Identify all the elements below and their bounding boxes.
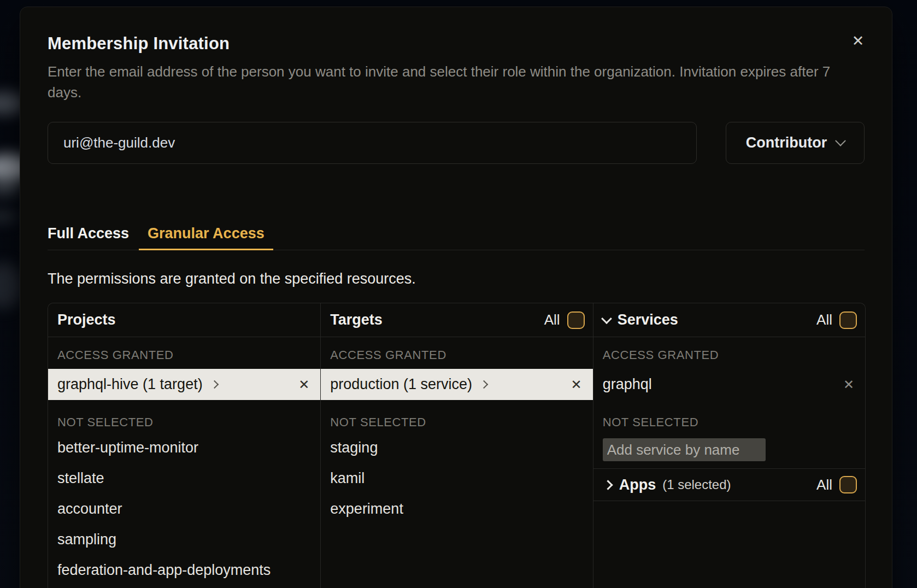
remove-target-icon[interactable]: ✕	[571, 378, 582, 391]
service-granted-row[interactable]: graphql ✕	[593, 369, 865, 400]
project-option[interactable]: federation-and-app-deployments	[48, 555, 320, 585]
not-selected-label: NOT SELECTED	[593, 415, 865, 430]
project-options: better-uptime-monitor stellate accounter…	[48, 432, 320, 585]
apps-all-checkbox[interactable]	[839, 476, 857, 493]
apps-row[interactable]: Apps (1 selected) All	[593, 468, 865, 501]
membership-invitation-dialog: ✕ Membership Invitation Enter the email …	[20, 7, 892, 588]
apps-select-all[interactable]: All	[816, 476, 857, 493]
close-button[interactable]: ✕	[846, 29, 870, 53]
invite-row: Contributor	[48, 122, 865, 164]
dialog-title: Membership Invitation	[48, 33, 865, 54]
chevron-down-icon	[835, 135, 846, 146]
tab-granular-access[interactable]: Granular Access	[139, 225, 273, 250]
apps-selected-count: (1 selected)	[662, 477, 731, 492]
project-option[interactable]: sampling	[48, 524, 320, 555]
chevron-right-icon	[603, 480, 613, 490]
access-granted-label: ACCESS GRANTED	[48, 348, 320, 362]
chevron-right-icon	[210, 380, 219, 389]
services-header: Services	[618, 311, 678, 328]
access-granted-label: ACCESS GRANTED	[593, 348, 865, 362]
target-granted-name: production (1 service)	[330, 376, 472, 393]
target-options: staging kamil experiment	[321, 432, 592, 524]
service-granted-name: graphql	[603, 376, 652, 393]
backdrop-blur-artifact	[0, 181, 21, 196]
project-option[interactable]: better-uptime-monitor	[48, 432, 320, 463]
tab-full-access[interactable]: Full Access	[48, 225, 129, 250]
target-option[interactable]: kamil	[321, 463, 592, 493]
targets-header: Targets	[330, 311, 383, 328]
role-select-value: Contributor	[746, 134, 827, 151]
chevron-right-icon	[480, 380, 489, 389]
services-header-cell: Services All	[593, 303, 865, 337]
services-all-label: All	[816, 311, 832, 328]
resources-table-body: ACCESS GRANTED graphql-hive (1 target) ✕…	[48, 337, 865, 588]
services-all-checkbox[interactable]	[839, 311, 857, 329]
projects-header: Projects	[57, 311, 116, 328]
project-granted-row[interactable]: graphql-hive (1 target) ✕	[48, 369, 320, 400]
access-tabs: Full Access Granular Access	[48, 225, 865, 250]
backdrop-blur-artifact	[0, 210, 19, 222]
email-input[interactable]	[48, 122, 697, 164]
remove-project-icon[interactable]: ✕	[298, 378, 309, 391]
services-select-all[interactable]: All	[816, 311, 857, 329]
chevron-down-icon	[601, 313, 612, 324]
services-column: ACCESS GRANTED graphql ✕ NOT SELECTED Ap…	[593, 337, 865, 588]
targets-header-cell: Targets All	[320, 303, 592, 337]
not-selected-label: NOT SELECTED	[321, 415, 592, 430]
targets-all-label: All	[544, 311, 560, 328]
close-icon: ✕	[852, 33, 865, 49]
targets-column: ACCESS GRANTED production (1 service) ✕ …	[320, 337, 592, 588]
project-option[interactable]: accounter	[48, 493, 320, 524]
not-selected-label: NOT SELECTED	[48, 415, 320, 430]
target-granted-row[interactable]: production (1 service) ✕	[321, 369, 592, 400]
services-header-toggle[interactable]: Services	[603, 311, 678, 328]
targets-all-checkbox[interactable]	[567, 311, 585, 329]
access-granted-label: ACCESS GRANTED	[321, 348, 592, 362]
target-option[interactable]: staging	[321, 432, 592, 463]
permissions-note: The permissions are granted on the speci…	[48, 271, 865, 287]
apps-label: Apps	[619, 477, 656, 493]
add-service-input[interactable]	[603, 438, 766, 461]
remove-service-icon[interactable]: ✕	[843, 378, 854, 391]
apps-all-label: All	[816, 477, 832, 493]
projects-header-cell: Projects	[48, 303, 320, 337]
project-option[interactable]: stellate	[48, 463, 320, 493]
role-select[interactable]: Contributor	[726, 122, 865, 164]
targets-select-all[interactable]: All	[544, 311, 585, 329]
target-option[interactable]: experiment	[321, 493, 592, 524]
resources-table: Projects Targets All Services All	[48, 303, 866, 588]
dialog-description: Enter the email address of the person yo…	[48, 61, 856, 103]
projects-column: ACCESS GRANTED graphql-hive (1 target) ✕…	[48, 337, 320, 588]
resources-table-header: Projects Targets All Services All	[48, 303, 865, 337]
project-granted-name: graphql-hive (1 target)	[57, 376, 203, 393]
